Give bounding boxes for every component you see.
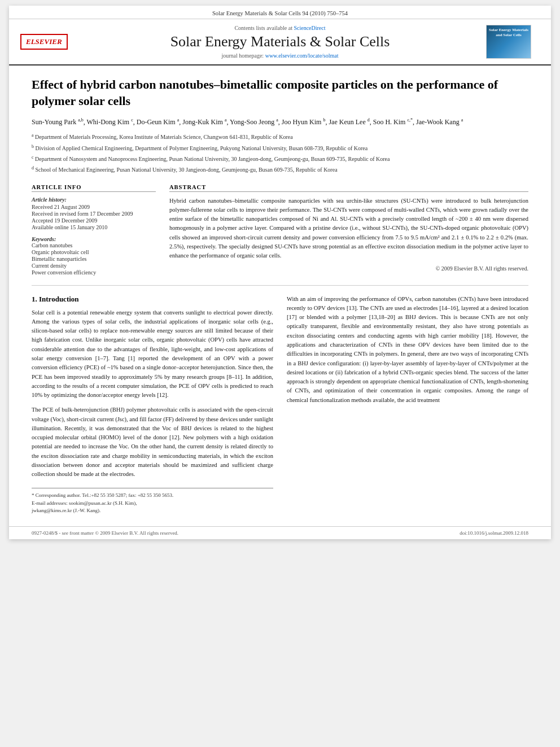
thumb-text: Solar Energy Materials and Solar Cells <box>487 25 531 40</box>
abstract-col: Abstract Hybrid carbon nanotubes–bimetal… <box>169 184 528 276</box>
journal-citation: Solar Energy Materials & Solar Cells 94 … <box>212 10 348 16</box>
banner-right: Solar Energy Materials and Solar Cells <box>478 25 540 59</box>
article-info-col: Article Info Article history: Received 2… <box>32 184 156 276</box>
section-divider <box>32 285 528 286</box>
main-content: Effect of hybrid carbon nanotubes–bimeta… <box>9 65 551 526</box>
received-revised: Received in revised form 17 December 200… <box>32 211 156 217</box>
keyword-5: Power conversion efficiency <box>32 269 156 276</box>
sciencedirect-link[interactable]: ScienceDirect <box>294 25 325 31</box>
banner-center: Contents lists available at ScienceDirec… <box>82 25 478 59</box>
article-title: Effect of hybrid carbon nanotubes–bimeta… <box>32 77 528 109</box>
journal-banner: ELSEVIER Contents lists available at Sci… <box>9 19 551 65</box>
journal-header: Solar Energy Materials & Solar Cells 94 … <box>9 6 551 19</box>
article-info-heading: Article Info <box>32 184 156 192</box>
journal-homepage-link[interactable]: www.elsevier.com/locate/solmat <box>265 53 339 59</box>
info-abstract-section: Article Info Article history: Received 2… <box>32 184 528 276</box>
homepage-line: journal homepage: www.elsevier.com/locat… <box>82 53 478 59</box>
footnote-area: * Corresponding author. Tel.:+82 55 350 … <box>32 488 273 515</box>
footnote-email2: jwkang@kims.re.kr (J.-W. Kang). <box>32 507 273 515</box>
affiliation-d: d School of Mechanical Engineering, Pusa… <box>32 165 528 174</box>
affiliation-c: c Department of Nanosystem and Nanoproce… <box>32 154 528 164</box>
intro-para-3: With an aim of improving the performance… <box>287 295 528 405</box>
footnote-corresponding: * Corresponding author. Tel.:+82 55 350 … <box>32 492 273 500</box>
footer-right: doi:10.1016/j.solmat.2009.12.018 <box>460 530 528 536</box>
body-right-col: With an aim of improving the performance… <box>287 295 528 515</box>
body-left-col: 1. Introduction Solar cell is a potentia… <box>32 295 273 515</box>
elsevier-logo: ELSEVIER <box>20 34 68 50</box>
keywords-label: Keywords: <box>32 236 156 242</box>
banner-left: ELSEVIER <box>20 34 82 50</box>
affiliation-a: a Department of Materials Processing, Ko… <box>32 132 528 142</box>
intro-para-1: Solar cell is a potential renewable ener… <box>32 308 273 400</box>
body-columns: 1. Introduction Solar cell is a potentia… <box>32 295 528 515</box>
intro-para-2: The PCE of bulk-heterojunction (BHJ) pol… <box>32 405 273 479</box>
received-date: Received 21 August 2009 <box>32 204 156 210</box>
keyword-2: Organic photovoltaic cell <box>32 249 156 255</box>
abstract-heading: Abstract <box>169 184 528 192</box>
abstract-text: Hybrid carbon nanotubes–bimetallic compo… <box>169 196 528 261</box>
footer-left: 0927-0248/$ - see front matter © 2009 El… <box>32 530 178 536</box>
keywords-section: Keywords: Carbon nanotubes Organic photo… <box>32 236 156 276</box>
authors: Sun-Young Park a,b, Whi-Dong Kim c, Do-G… <box>32 117 528 128</box>
intro-heading: 1. Introduction <box>32 295 273 304</box>
footer-bar: 0927-0248/$ - see front matter © 2009 El… <box>9 526 551 539</box>
journal-title-banner: Solar Energy Materials & Solar Cells <box>82 33 478 50</box>
keyword-1: Carbon nanotubes <box>32 242 156 248</box>
contents-line: Contents lists available at ScienceDirec… <box>82 25 478 31</box>
footnote-email: E-mail addresses: sookim@pusan.ac.kr (S.… <box>32 500 273 508</box>
keyword-3: Bimetallic nanoparticles <box>32 256 156 262</box>
available-date: Available online 15 January 2010 <box>32 224 156 230</box>
journal-thumbnail: Solar Energy Materials and Solar Cells <box>486 25 531 59</box>
page: Solar Energy Materials & Solar Cells 94 … <box>9 6 551 539</box>
accepted-date: Accepted 19 December 2009 <box>32 217 156 224</box>
elsevier-text: ELSEVIER <box>26 37 62 46</box>
history-label: Article history: <box>32 196 156 203</box>
affiliation-b: b Division of Applied Chemical Engineeri… <box>32 143 528 153</box>
keyword-4: Current density <box>32 263 156 269</box>
affiliations: a Department of Materials Processing, Ko… <box>32 132 528 174</box>
copyright-line: © 2009 Elsevier B.V. All rights reserved… <box>169 265 528 272</box>
